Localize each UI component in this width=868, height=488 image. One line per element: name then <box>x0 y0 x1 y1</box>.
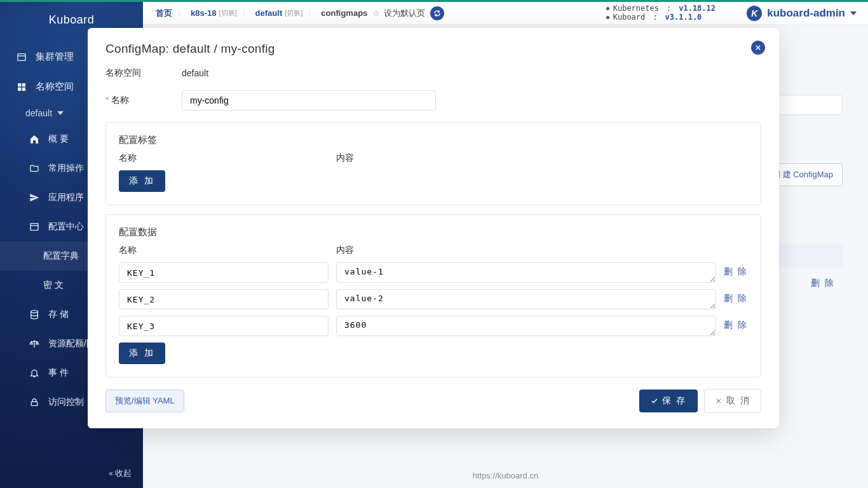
bg-delete-link[interactable]: 删 除 <box>811 278 835 289</box>
x-icon <box>715 397 722 405</box>
breadcrumb-set-default[interactable]: 设为默认页 <box>384 8 425 19</box>
chevron-down-icon <box>850 11 857 15</box>
section-title-data: 配置数据 <box>119 226 748 238</box>
delete-row-link[interactable]: 删 除 <box>724 289 748 304</box>
chevron-right-icon: 〉 <box>242 8 250 19</box>
name-input[interactable] <box>182 90 436 111</box>
sidebar-label: 存 储 <box>48 309 69 320</box>
delete-row-link[interactable]: 删 除 <box>724 262 748 278</box>
collapse-label: 收起 <box>115 468 132 479</box>
close-icon <box>754 44 762 51</box>
k8s-version: v1.18.12 <box>679 4 715 13</box>
star-icon[interactable]: ☆ <box>372 8 380 18</box>
send-icon <box>29 193 39 203</box>
sidebar-label: 概 要 <box>48 133 69 145</box>
data-key-input[interactable] <box>119 316 329 336</box>
home-icon <box>29 134 39 144</box>
svg-rect-9 <box>31 402 37 405</box>
topbar: 首页 〉 k8s-18 [切换] 〉 default [切换] 〉 config… <box>143 2 868 25</box>
sidebar-label: 集群管理 <box>36 51 74 63</box>
breadcrumb-cluster-switch[interactable]: [切换] <box>219 8 236 18</box>
folder-icon <box>29 163 39 173</box>
save-button[interactable]: 保 存 <box>639 390 698 412</box>
data-key-input[interactable] <box>119 262 329 283</box>
data-value-input[interactable]: value-1 <box>336 262 716 283</box>
add-label-button[interactable]: 添 加 <box>119 170 165 192</box>
user-name: kuboard-admin <box>767 7 845 20</box>
data-row: value-1 删 除 <box>119 262 748 283</box>
sidebar-label: 密 文 <box>43 280 64 291</box>
data-key-input[interactable] <box>119 289 329 309</box>
breadcrumb-resource[interactable]: configmaps <box>321 8 367 18</box>
breadcrumb-ns[interactable]: default <box>255 8 283 18</box>
col-header-content: 内容 <box>336 152 748 164</box>
footer-url: https://kuboard.cn <box>473 471 538 480</box>
breadcrumb-ns-switch[interactable]: [切换] <box>285 8 302 18</box>
sidebar-label: 访问控制 <box>48 396 84 408</box>
grid-icon <box>17 82 27 92</box>
namespace-selected: default <box>25 108 52 118</box>
sidebar-label: 名称空间 <box>36 81 74 93</box>
refresh-badge[interactable] <box>430 6 444 20</box>
user-menu[interactable]: K kuboard-admin <box>747 6 857 21</box>
sidebar-label: 配置字典 <box>43 250 79 262</box>
svg-rect-3 <box>22 83 25 86</box>
double-chevron-left-icon: « <box>109 469 111 478</box>
modal-title: ConfigMap: default / my-config <box>105 42 761 56</box>
refresh-icon <box>433 10 441 17</box>
database-icon <box>29 309 39 320</box>
check-icon <box>651 397 658 405</box>
window-icon <box>17 52 27 62</box>
col-header-content: 内容 <box>336 245 748 256</box>
sidebar-label: 应用程序 <box>48 192 84 203</box>
col-header-name: 名称 <box>119 152 329 164</box>
breadcrumb-cluster[interactable]: k8s-18 <box>191 8 216 18</box>
data-value-input[interactable]: 3600 <box>336 316 716 336</box>
section-config-data: 配置数据 名称 内容 value-1 删 除 value-2 删 除 3600 … <box>105 214 761 377</box>
svg-rect-4 <box>18 87 21 90</box>
svg-rect-0 <box>18 53 25 60</box>
cluster-version-info: Kubernetes:v1.18.12 Kuboard:v3.1.1.0 <box>606 4 715 22</box>
sidebar-collapse[interactable]: « 收起 <box>109 468 132 479</box>
lock-icon <box>29 397 39 407</box>
chevron-right-icon: 〉 <box>177 8 186 19</box>
label-name: *名称 <box>105 95 182 106</box>
chevron-right-icon: 〉 <box>308 8 316 19</box>
kuboard-version: v3.1.1.0 <box>665 13 702 22</box>
sidebar-label: 配置中心 <box>48 221 84 233</box>
col-header-name: 名称 <box>119 245 329 256</box>
section-config-labels: 配置标签 名称 内容 添 加 <box>105 122 761 205</box>
data-value-input[interactable]: value-2 <box>336 289 716 309</box>
cancel-button[interactable]: 取 消 <box>704 389 761 413</box>
section-title-labels: 配置标签 <box>119 134 748 146</box>
scale-icon <box>29 339 39 349</box>
sidebar-label: 常用操作 <box>48 163 84 174</box>
delete-row-link[interactable]: 删 除 <box>724 316 748 331</box>
svg-rect-2 <box>18 83 21 86</box>
svg-rect-6 <box>31 224 38 231</box>
sidebar-label: 事 件 <box>48 367 69 379</box>
label-namespace: 名称空间 <box>105 67 182 79</box>
bell-icon <box>29 368 39 378</box>
yaml-button[interactable]: 预览/编辑 YAML <box>105 390 184 412</box>
avatar: K <box>747 6 762 21</box>
k8s-label: Kubernetes <box>613 4 659 13</box>
close-button[interactable] <box>751 41 765 55</box>
svg-rect-5 <box>22 87 25 90</box>
data-row: 3600 删 除 <box>119 316 748 336</box>
add-data-button[interactable]: 添 加 <box>119 342 165 364</box>
stack-icon <box>29 222 39 232</box>
kuboard-label: Kuboard <box>613 13 646 22</box>
value-namespace: default <box>182 68 208 78</box>
configmap-modal: ConfigMap: default / my-config 名称空间 defa… <box>88 28 779 428</box>
data-row: value-2 删 除 <box>119 289 748 309</box>
chevron-down-icon <box>57 111 64 115</box>
breadcrumb-home[interactable]: 首页 <box>156 8 172 19</box>
svg-point-8 <box>31 310 38 313</box>
